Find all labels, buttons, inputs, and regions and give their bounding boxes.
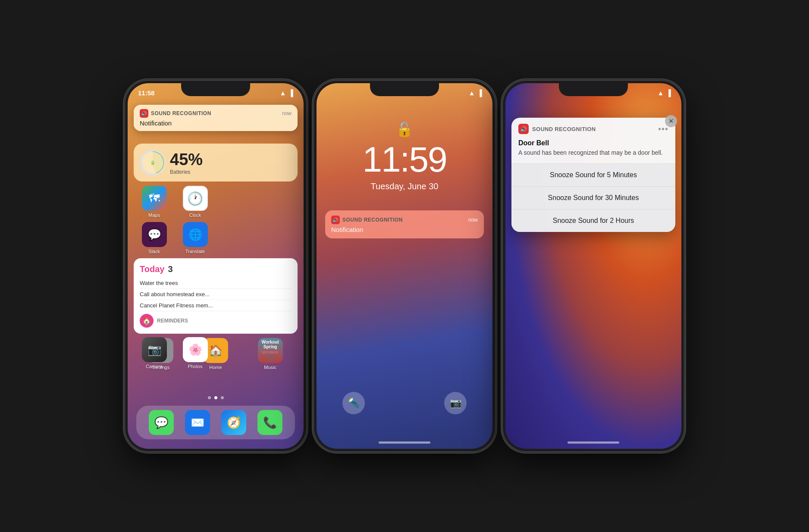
notif-card-title: Door Bell: [518, 139, 668, 147]
camera-lock-button[interactable]: 📷: [444, 392, 467, 414]
phone1: 11:58 ▲ ▐ 🔊 SOUND RECOGNITION now Notifi…: [125, 81, 306, 451]
reminder-item-3: Cancel Planet Fitness mem...: [140, 300, 292, 311]
notif-app-row: 🔊 SOUND RECOGNITION: [140, 109, 211, 118]
lock-icon: 🔓: [396, 121, 413, 138]
notch: [181, 83, 250, 96]
battery-icon: ▐: [288, 89, 293, 97]
safari-icon: 🧭: [221, 410, 246, 435]
close-notification-button[interactable]: ✕: [665, 115, 677, 127]
lock-notif-time: now: [468, 217, 478, 223]
camera-icon: 📷: [142, 337, 167, 362]
battery-label: Batteries: [170, 169, 203, 175]
lock-bottom-buttons: 🔦 📷: [317, 392, 492, 414]
lock-notification[interactable]: 🔊 SOUND RECOGNITION now Notification: [325, 210, 484, 238]
app-item-photos[interactable]: 🌸 Photos: [180, 337, 211, 369]
app-label-slack: Slack: [148, 249, 160, 254]
lock-sound-recognition-icon: 🔊: [331, 216, 340, 224]
battery-widget[interactable]: 🔋 45% Batteries: [134, 144, 298, 182]
lock-notif-app-name: SOUND RECOGNITION: [342, 217, 403, 223]
notch-phone2: [370, 83, 439, 96]
notification-detail-card: 🔊 SOUND RECOGNITION ••• Door Bell A soun…: [511, 118, 675, 232]
clock-icon: 🕐: [183, 186, 208, 211]
slack-icon: 💬: [142, 222, 167, 247]
photos-icon: 🌸: [183, 337, 208, 362]
notif-banner-header: 🔊 SOUND RECOGNITION now: [140, 109, 292, 118]
lock-notif-title: Notification: [331, 226, 478, 233]
wifi-icon: ▲: [280, 89, 286, 97]
snooze-30-minutes-button[interactable]: Snooze Sound for 30 Minutes: [511, 187, 675, 210]
battery-icon-phone3: ▐: [666, 89, 671, 97]
dock-mail[interactable]: ✉️: [182, 410, 213, 435]
reminders-count: 3: [168, 264, 172, 274]
phone3: ▲ ▐ ✕ 🔊 SOUND RECOGNITION ••• Door Bell …: [503, 81, 684, 451]
maps-icon: 🗺: [142, 186, 167, 211]
notif-card-appname: SOUND RECOGNITION: [532, 126, 596, 132]
sound-recognition-icon: 🔊: [140, 109, 148, 118]
phone-call-icon: 📞: [257, 410, 282, 435]
battery-icon-phone2: ▐: [477, 89, 482, 97]
dock-phone[interactable]: 📞: [254, 410, 285, 435]
app-item-clock[interactable]: 🕐 Clock: [180, 186, 211, 218]
app-row-4: 📷 Camera 🌸 Photos: [134, 337, 298, 369]
lock-date: Tuesday, June 30: [317, 182, 492, 191]
snooze-options-container: Snooze Sound for 5 Minutes Snooze Sound …: [511, 163, 675, 232]
page-dot-3: [221, 396, 224, 399]
notif-card-description: A sound has been recognized that may be …: [518, 149, 668, 157]
mail-icon: ✉️: [185, 410, 210, 435]
app-item-maps[interactable]: 🗺 Maps: [139, 186, 170, 218]
messages-icon: 💬: [149, 410, 174, 435]
notification-banner-phone1[interactable]: 🔊 SOUND RECOGNITION now Notification: [134, 105, 298, 131]
page-dot-2: [214, 396, 217, 399]
reminders-icon-row: 🏠 Reminders: [140, 314, 292, 328]
notif-title-phone1: Notification: [140, 119, 292, 127]
phone2: ▲ ▐ 🔓 11:59 Tuesday, June 30 🔊 SOUND REC…: [314, 81, 495, 451]
status-icons-phone1: ▲ ▐: [280, 89, 294, 97]
battery-percent: 45%: [170, 150, 203, 169]
notif-app-name: SOUND RECOGNITION: [151, 110, 211, 116]
page-dot-1: [208, 396, 211, 399]
lock-time: 11:59: [317, 139, 492, 180]
dock-messages[interactable]: 💬: [146, 410, 177, 435]
app-label-maps: Maps: [148, 213, 160, 218]
dock: 💬 ✉️ 🧭 📞: [136, 406, 295, 439]
snooze-2-hours-button[interactable]: Snooze Sound for 2 Hours: [511, 210, 675, 232]
battery-inner: 🔋: [142, 152, 163, 173]
reminders-home-icon: 🏠: [140, 314, 154, 328]
app-row-bottom: 📷 Camera 🌸 Photos: [134, 337, 298, 373]
reminder-item-1: Water the trees: [140, 278, 292, 289]
notch-phone3: [559, 83, 628, 96]
home-indicator-phone3: [568, 441, 619, 444]
app-row-2: 💬 Slack 🌐 Translate: [134, 222, 298, 254]
flashlight-button[interactable]: 🔦: [342, 392, 365, 414]
notif-card-app-row: 🔊 SOUND RECOGNITION: [518, 124, 596, 134]
status-time-phone1: 11:58: [138, 89, 154, 97]
lock-notif-app-row: 🔊 SOUND RECOGNITION: [331, 216, 403, 224]
reminders-widget[interactable]: Today 3 Water the trees Call about homes…: [134, 258, 298, 334]
page-dots: [128, 396, 304, 399]
battery-circle: 🔋: [140, 150, 166, 175]
snooze-5-minutes-button[interactable]: Snooze Sound for 5 Minutes: [511, 164, 675, 187]
wifi-icon-phone3: ▲: [658, 89, 664, 97]
notif-card-body: Door Bell A sound has been recognized th…: [511, 138, 675, 163]
app-label-photos: Photos: [188, 364, 202, 369]
home-indicator-phone2: [379, 441, 430, 444]
notif-card-header: 🔊 SOUND RECOGNITION •••: [511, 118, 675, 138]
app-item-slack[interactable]: 💬 Slack: [139, 222, 170, 254]
reminders-section-label: Reminders: [157, 318, 188, 324]
app-item-translate[interactable]: 🌐 Translate: [180, 222, 211, 254]
app-row-1: 🗺 Maps 🕐 Clock: [134, 186, 298, 218]
dock-safari[interactable]: 🧭: [218, 410, 249, 435]
app-item-camera[interactable]: 📷 Camera: [139, 337, 170, 369]
lock-notif-header: 🔊 SOUND RECOGNITION now: [331, 216, 478, 224]
notif-time: now: [282, 110, 292, 116]
wifi-icon-phone2: ▲: [469, 89, 475, 97]
app-label-translate: Translate: [185, 249, 205, 254]
status-icons-phone3: ▲ ▐: [658, 89, 671, 97]
notif-card-app-icon: 🔊: [518, 124, 529, 134]
app-label-clock: Clock: [189, 213, 201, 218]
reminder-item-2: Call about homestead exe...: [140, 289, 292, 300]
translate-icon: 🌐: [183, 222, 208, 247]
reminders-today-label: Today: [140, 264, 164, 274]
app-label-camera: Camera: [146, 364, 163, 369]
status-icons-phone2: ▲ ▐: [469, 89, 483, 97]
